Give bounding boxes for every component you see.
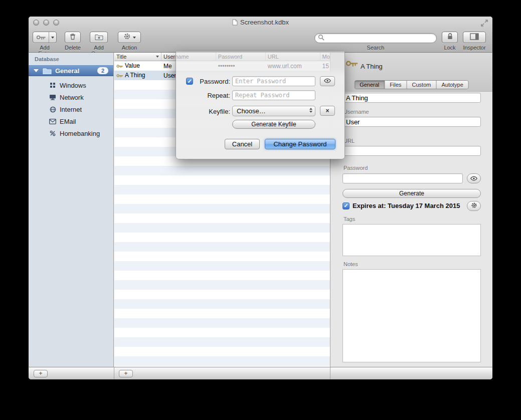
gear-icon — [123, 33, 131, 42]
sidebar-item-label: EMail — [60, 118, 76, 125]
generate-keyfile-button[interactable]: Generate Keyfile — [232, 120, 315, 129]
dialog-repeat-label: Repeat: — [191, 92, 230, 99]
inspector-tabs: General Files Custom Autotype — [354, 80, 469, 89]
lock-label: Lock — [442, 45, 458, 51]
change-password-dialog: ✓ Password: Repeat: Keyfile: Choose… × G… — [176, 52, 345, 159]
chevron-down-icon — [51, 37, 54, 39]
add-entry-dropdown[interactable] — [49, 37, 56, 39]
password-label: Password — [343, 165, 368, 171]
sidebar-item-label: Homebanking — [60, 130, 100, 137]
tab-general[interactable]: General — [355, 81, 385, 89]
dialog-password-label: Password: — [191, 78, 230, 85]
document-icon — [232, 19, 238, 27]
key-icon — [33, 35, 49, 40]
app-window: Screenshot.kdbx Add Entry — [29, 17, 492, 379]
column-title[interactable]: Title — [114, 53, 161, 61]
sidebar-header: Database — [35, 56, 59, 62]
tags-label: Tags — [343, 216, 355, 222]
sidebar-item-homebanking[interactable]: Homebanking — [29, 127, 113, 139]
password-settings-button[interactable] — [467, 201, 481, 211]
url-field[interactable] — [342, 146, 481, 156]
sidebar-item-label: Windows — [60, 82, 86, 89]
expires-label: Expires at: Tuesday 17 March 2015 — [353, 202, 460, 209]
inspector-panel: A Thing General Files Custom Autotype Us… — [330, 53, 492, 367]
globe-icon — [49, 105, 57, 113]
group-count-badge: 2 — [97, 67, 108, 74]
username-label: Username — [343, 109, 369, 115]
search-icon — [318, 34, 324, 43]
dialog-repeat-input[interactable] — [232, 90, 315, 100]
eye-icon — [470, 174, 478, 183]
sidebar-item-email[interactable]: EMail — [29, 115, 113, 127]
tab-files[interactable]: Files — [385, 81, 407, 89]
clear-keyfile-button[interactable]: × — [320, 106, 335, 116]
sidebar-group-label: General — [55, 67, 79, 75]
lock-icon — [447, 33, 453, 42]
delete-label: Delete — [65, 45, 81, 51]
tab-autotype[interactable]: Autotype — [436, 81, 468, 89]
username-field[interactable] — [342, 117, 481, 127]
percent-icon — [49, 129, 57, 137]
window-header: Screenshot.kdbx Add Entry — [29, 17, 492, 53]
network-icon — [49, 93, 57, 101]
disclosure-triangle-icon[interactable] — [34, 69, 39, 72]
keyfile-popup[interactable]: Choose… — [232, 106, 315, 116]
action-label: Action — [118, 45, 141, 51]
url-label: URL — [343, 138, 355, 144]
sidebar-item-network[interactable]: Network — [29, 91, 113, 103]
inspector-panel-icon — [470, 33, 479, 42]
action-button[interactable] — [118, 32, 141, 43]
notes-box[interactable] — [342, 269, 481, 362]
eye-icon — [323, 78, 331, 85]
sort-indicator-icon — [156, 56, 159, 58]
bottom-bar: + + — [29, 367, 492, 379]
key-icon — [345, 60, 359, 69]
delete-button[interactable] — [65, 32, 81, 43]
change-password-button[interactable]: Change Password — [265, 139, 335, 149]
inspector-header: A Thing General Files Custom Autotype — [330, 53, 492, 92]
folder-icon — [43, 68, 52, 74]
tab-custom[interactable]: Custom — [407, 81, 437, 89]
expires-checkbox[interactable]: ✓ — [342, 202, 350, 209]
popup-stepper-icon — [309, 108, 312, 113]
inspector-entry-title: A Thing — [361, 63, 383, 70]
generate-button[interactable]: Generate — [342, 189, 481, 198]
tags-box[interactable] — [342, 224, 481, 256]
fullscreen-icon[interactable] — [480, 19, 488, 27]
add-group-button[interactable] — [90, 32, 108, 43]
dialog-password-input[interactable] — [232, 76, 315, 86]
sidebar-item-windows[interactable]: Windows — [29, 79, 113, 91]
sidebar-item-label: Network — [60, 94, 84, 101]
screen-background: Screenshot.kdbx Add Entry — [0, 0, 521, 420]
password-field[interactable] — [342, 173, 463, 183]
sidebar: Database General 2 Windows — [29, 53, 114, 367]
sidebar-item-label: Internet — [60, 106, 82, 113]
dialog-reveal-button[interactable] — [320, 76, 335, 86]
add-entry-button[interactable] — [33, 32, 57, 43]
cancel-button[interactable]: Cancel — [225, 139, 260, 149]
dialog-keyfile-label: Keyfile: — [191, 108, 230, 115]
title-field[interactable] — [342, 93, 481, 103]
lock-button[interactable] — [442, 32, 458, 43]
envelope-icon — [49, 117, 57, 125]
close-icon: × — [325, 107, 329, 114]
window-title: Screenshot.kdbx — [240, 19, 289, 26]
inspector-button[interactable] — [463, 32, 486, 43]
trash-icon — [69, 33, 76, 42]
notes-label: Notes — [343, 261, 358, 267]
reveal-password-button[interactable] — [467, 173, 481, 183]
sidebar-group-general[interactable]: General 2 — [29, 65, 113, 76]
search-label: Search — [314, 45, 437, 51]
sidebar-item-internet[interactable]: Internet — [29, 103, 113, 115]
key-icon — [116, 72, 123, 79]
windows-icon — [49, 81, 57, 89]
titlebar: Screenshot.kdbx — [29, 17, 492, 29]
window-title-wrap: Screenshot.kdbx — [29, 19, 492, 27]
search-input[interactable] — [326, 35, 433, 42]
search-field[interactable] — [314, 33, 437, 43]
add-entry-plus-button[interactable]: + — [119, 370, 133, 377]
folder-plus-icon — [95, 33, 103, 42]
chevron-down-icon — [133, 37, 136, 39]
add-group-plus-button[interactable]: + — [34, 370, 48, 377]
gear-icon — [471, 201, 477, 211]
